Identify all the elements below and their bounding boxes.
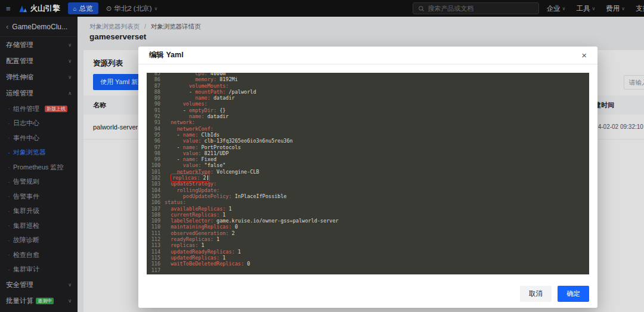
line-number: 99 bbox=[148, 156, 165, 162]
code-line: 88 - mountPath: /palworld bbox=[148, 89, 589, 95]
code-line: 99 - name: Fixed bbox=[148, 156, 589, 162]
line-number: 104 bbox=[148, 187, 165, 193]
code-text: podUpdatePolicy: InPlaceIfPossible bbox=[165, 193, 287, 199]
code-line: 98 value: 8211/UDP bbox=[148, 150, 589, 156]
code-line: 96 value: clb-13fq3265eo6io3n6nu5reu36n bbox=[148, 138, 589, 144]
cancel-button[interactable]: 取消 bbox=[520, 286, 552, 302]
line-number: 111 bbox=[148, 230, 165, 236]
code-line: 95 - name: ClbIds bbox=[148, 132, 589, 138]
line-number: 114 bbox=[148, 249, 165, 255]
yaml-key: value: bbox=[183, 138, 202, 144]
line-number: 116 bbox=[148, 261, 165, 267]
line-number: 113 bbox=[148, 242, 165, 248]
yaml-key: name: bbox=[183, 156, 199, 162]
edit-yaml-modal: 编辑 Yaml × 85 cpu: 4000m86 memory: 8192Mi… bbox=[138, 47, 597, 308]
yaml-key: updateStrategy: bbox=[171, 181, 216, 187]
code-text: updateStrategy: bbox=[165, 181, 216, 187]
code-text: replicas: 1 bbox=[165, 242, 205, 248]
line-number: 87 bbox=[148, 83, 165, 89]
code-line: 108 currentReplicas: 1 bbox=[148, 212, 589, 218]
yaml-key: value: bbox=[183, 150, 202, 156]
yaml-key: waitToBeDeletedReplicas: bbox=[171, 261, 244, 267]
code-text: - emptyDir: {} bbox=[165, 107, 225, 113]
line-number: 93 bbox=[148, 119, 165, 125]
line-number: 112 bbox=[148, 236, 165, 242]
close-icon[interactable]: × bbox=[581, 51, 587, 60]
line-number: 89 bbox=[148, 95, 165, 101]
code-text: observedGeneration: 2 bbox=[165, 230, 235, 236]
code-line: 116 waitToBeDeletedReplicas: 0 bbox=[148, 261, 589, 267]
line-number: 91 bbox=[148, 107, 165, 113]
code-text: value: 8211/UDP bbox=[165, 150, 229, 156]
yaml-key: volumes: bbox=[183, 101, 208, 107]
code-line: 105 podUpdatePolicy: InPlaceIfPossible bbox=[148, 193, 589, 199]
code-text: - name: ClbIds bbox=[165, 132, 219, 138]
code-line: 117 bbox=[148, 267, 589, 273]
yaml-key: replicas: bbox=[172, 175, 200, 181]
yaml-key: name: bbox=[195, 95, 210, 101]
code-text: waitToBeDeletedReplicas: 0 bbox=[165, 261, 250, 267]
line-number: 96 bbox=[148, 138, 165, 144]
code-line: 87 volumeMounts: bbox=[148, 83, 589, 89]
line-number: 110 bbox=[148, 224, 165, 230]
yaml-key: availableReplicas: bbox=[171, 206, 225, 212]
yaml-key: podUpdatePolicy: bbox=[183, 193, 232, 199]
line-number: 97 bbox=[148, 144, 165, 150]
line-number: 86 bbox=[148, 76, 165, 82]
yaml-key: readyReplicas: bbox=[171, 236, 213, 242]
modal-header: 编辑 Yaml × bbox=[138, 47, 597, 64]
yaml-editor[interactable]: 85 cpu: 4000m86 memory: 8192Mi87 volumeM… bbox=[147, 73, 589, 274]
code-text: readyReplicas: 1 bbox=[165, 236, 219, 242]
yaml-key: observedGeneration: bbox=[171, 230, 228, 236]
line-number: 117 bbox=[148, 267, 165, 273]
yaml-key: updatedReplicas: bbox=[171, 255, 219, 261]
line-number: 109 bbox=[148, 218, 165, 224]
code-line: 86 memory: 8192Mi bbox=[148, 76, 589, 82]
line-number: 100 bbox=[148, 162, 165, 168]
yaml-key: status: bbox=[165, 199, 186, 205]
yaml-key: emptyDir: bbox=[189, 107, 216, 113]
yaml-key: updatedReadyReplicas: bbox=[171, 249, 234, 255]
code-text: currentReplicas: 1 bbox=[165, 212, 225, 218]
code-line: 104 rollingUpdate: bbox=[148, 187, 589, 193]
line-number: 95 bbox=[148, 132, 165, 138]
code-text: updatedReplicas: 1 bbox=[165, 255, 225, 261]
code-line: 101 networkType: Volcengine-CLB bbox=[148, 169, 589, 175]
code-line: 109 labelSelector: game.kruise.io/owner-… bbox=[148, 218, 589, 224]
code-line: 111 observedGeneration: 2 bbox=[148, 230, 589, 236]
code-lines: 85 cpu: 4000m86 memory: 8192Mi87 volumeM… bbox=[147, 73, 589, 273]
line-number: 90 bbox=[148, 101, 165, 107]
code-text: status: bbox=[165, 199, 186, 205]
code-text: volumes: bbox=[165, 101, 208, 107]
yaml-key: volumeMounts: bbox=[189, 83, 229, 89]
code-line: 94 networkConf: bbox=[148, 126, 589, 132]
code-line: 107 availableReplicas: 1 bbox=[148, 206, 589, 212]
code-text: - name: PortProtocols bbox=[165, 144, 241, 150]
yaml-key: replicas: bbox=[171, 242, 198, 248]
code-line: 91 - emptyDir: {} bbox=[148, 107, 589, 113]
yaml-key: mountPath: bbox=[195, 89, 225, 95]
code-text: - mountPath: /palworld bbox=[165, 89, 256, 95]
confirm-button[interactable]: 确定 bbox=[558, 286, 589, 302]
line-number: 94 bbox=[148, 126, 165, 132]
code-line: 110 maintainingReplicas: 0 bbox=[148, 224, 589, 230]
yaml-key: network: bbox=[171, 119, 195, 125]
code-text: - name: Fixed bbox=[165, 156, 216, 162]
modal-footer: 取消 确定 bbox=[520, 286, 589, 302]
line-number: 115 bbox=[148, 255, 165, 261]
yaml-key: labelSelector: bbox=[171, 218, 213, 224]
line-number: 103 bbox=[148, 181, 165, 187]
code-text: maintainingReplicas: 0 bbox=[165, 224, 238, 230]
yaml-key: value: bbox=[183, 162, 202, 168]
yaml-key: name: bbox=[183, 132, 199, 138]
code-text: network: bbox=[165, 119, 195, 125]
code-text: labelSelector: game.kruise.io/owner-gss=… bbox=[165, 218, 339, 224]
line-number: 102 bbox=[148, 175, 165, 181]
code-text: rollingUpdate: bbox=[165, 187, 219, 193]
yaml-key: networkConf: bbox=[177, 126, 213, 132]
code-line: 89 name: datadir bbox=[148, 95, 589, 101]
code-text: memory: 8192Mi bbox=[165, 76, 238, 82]
code-text: name: datadir bbox=[165, 95, 235, 101]
code-text: name: datadir bbox=[165, 113, 229, 119]
line-number: 106 bbox=[148, 199, 165, 205]
